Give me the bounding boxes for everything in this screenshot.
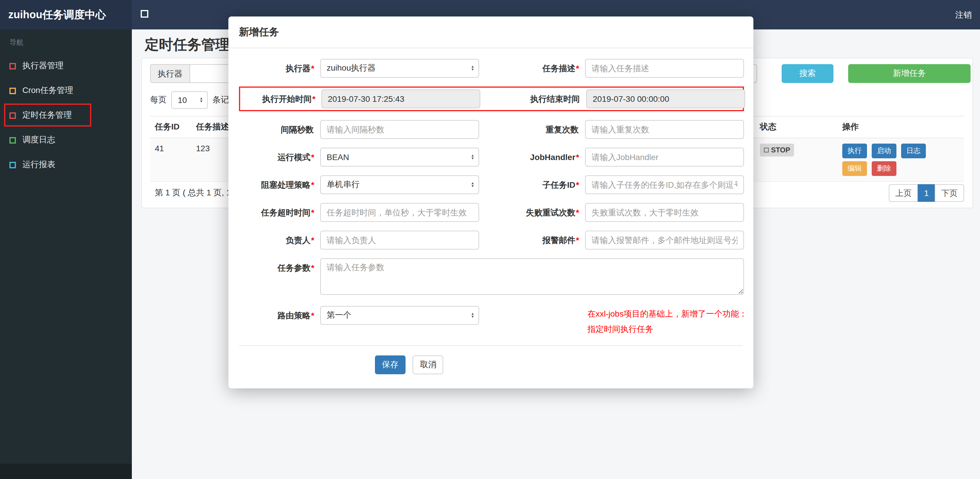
interval-label: 间隔秒数 <box>234 120 320 139</box>
select-arrows-icon: ▲▼ <box>471 312 474 318</box>
actions-line-1: 执行 启动 日志 <box>842 143 959 158</box>
header-actions: 操作 <box>838 116 964 138</box>
route-strategy-select[interactable]: 第一个 ▲▼ <box>320 306 479 325</box>
alarm-email-label: 报警邮件* <box>479 231 585 250</box>
logout-link[interactable]: 注销 <box>955 0 972 29</box>
timeout-input[interactable] <box>320 203 479 222</box>
form-row: 运行模式* BEAN ▲▼ JobHandler* <box>234 148 748 167</box>
sidebar-item-label: 调度日志 <box>22 135 55 145</box>
form-row: 任务参数* <box>234 258 748 297</box>
executor-select-value: zuihou执行器 <box>327 63 376 73</box>
square-icon <box>10 137 16 143</box>
sidebar-item-cron-task-manage[interactable]: Cron任务管理 <box>0 78 132 103</box>
square-icon <box>10 63 16 69</box>
sidebar-item-label: 定时任务管理 <box>22 110 72 121</box>
sidebar-section-label: 导航 <box>0 29 132 54</box>
add-task-button[interactable]: 新增任务 <box>848 64 970 83</box>
start-button[interactable]: 启动 <box>872 143 896 158</box>
header-status: 状态 <box>755 116 838 138</box>
status-badge: STOP <box>760 143 794 156</box>
add-task-modal: 新增任务 执行器* zuihou执行器 ▲▼ 任务描述* 执行开始时间 <box>228 16 753 388</box>
prev-page-button[interactable]: 上页 <box>889 184 918 202</box>
edit-button[interactable]: 编辑 <box>842 161 867 176</box>
square-icon <box>10 162 16 168</box>
sidebar-item-executor-manage[interactable]: 执行器管理 <box>0 54 132 78</box>
executor-select[interactable]: zuihou执行器 ▲▼ <box>320 59 479 78</box>
sidebar-item-timed-task-manage[interactable]: 定时任务管理 <box>0 103 132 128</box>
feature-note: 在xxl-jobs项目的基础上，新增了一个功能： 指定时间执行任务 <box>587 306 747 337</box>
start-time-input[interactable] <box>321 89 480 108</box>
next-page-button[interactable]: 下页 <box>935 184 964 202</box>
save-button[interactable]: 保存 <box>375 355 406 374</box>
interval-input[interactable] <box>320 120 479 139</box>
job-param-textarea[interactable] <box>320 258 744 295</box>
run-button[interactable]: 执行 <box>842 143 867 158</box>
block-strategy-label: 阻塞处理策略* <box>234 175 320 194</box>
block-strategy-select-value: 单机串行 <box>327 180 360 190</box>
repeat-count-label: 重复次数 <box>479 120 585 139</box>
current-page-button[interactable]: 1 <box>918 184 935 202</box>
page-title: 定时任务管理 <box>145 35 229 54</box>
repeat-count-input[interactable] <box>585 120 744 139</box>
modal-body: 执行器* zuihou执行器 ▲▼ 任务描述* 执行开始时间* <box>228 48 753 388</box>
header-job-id: 任务ID <box>150 116 191 138</box>
retry-input[interactable] <box>585 203 744 222</box>
status-text: STOP <box>771 146 790 154</box>
job-handler-input[interactable] <box>585 148 744 167</box>
per-page-select[interactable]: 10 ▲▼ <box>171 91 208 109</box>
select-arrows-icon: ▲▼ <box>471 65 474 71</box>
actions-line-2: 编辑 删除 <box>842 161 959 176</box>
per-page-prefix: 每页 <box>150 95 167 105</box>
select-arrows-icon: ▲▼ <box>471 154 474 160</box>
modal-footer: 保存 取消 <box>234 346 748 388</box>
end-time-label: 执行结束时间 <box>480 89 586 108</box>
pagination: 上页 1 下页 <box>889 184 964 202</box>
sidebar-item-dispatch-log[interactable]: 调度日志 <box>0 128 132 153</box>
route-strategy-select-value: 第一个 <box>327 310 352 321</box>
sidebar-item-run-report[interactable]: 运行报表 <box>0 153 132 177</box>
sidebar: 导航 执行器管理 Cron任务管理 定时任务管理 调度日志 运行报表 <box>0 29 132 479</box>
form-row: 负责人* 报警邮件* <box>234 231 748 250</box>
executor-label: 执行器* <box>234 59 320 78</box>
time-row-highlight-box: 执行开始时间* 执行结束时间 <box>239 86 744 111</box>
cell-actions: 执行 启动 日志 编辑 删除 <box>838 138 964 181</box>
author-input[interactable] <box>320 231 479 250</box>
sidebar-toggle-icon[interactable] <box>141 10 148 18</box>
brand-logo[interactable]: zuihou任务调度中心 <box>0 0 132 29</box>
square-icon <box>10 88 16 94</box>
job-handler-label: JobHandler* <box>479 148 585 167</box>
glue-type-select-value: BEAN <box>327 153 349 162</box>
timeout-label: 任务超时时间* <box>234 203 320 222</box>
route-strategy-label: 路由策略* <box>234 306 320 325</box>
modal-header: 新增任务 <box>228 16 753 48</box>
sidebar-item-label: Cron任务管理 <box>22 85 73 96</box>
alarm-email-input[interactable] <box>585 231 744 250</box>
delete-button[interactable]: 删除 <box>872 161 896 176</box>
form-row: 路由策略* 第一个 ▲▼ 在xxl-jobs项目的基础上，新增了一个功能： 指定… <box>234 306 748 337</box>
block-strategy-select[interactable]: 单机串行 ▲▼ <box>320 175 479 194</box>
app-window: zuihou任务调度中心 注销 导航 执行器管理 Cron任务管理 定时任务管理… <box>0 0 980 479</box>
cell-job-id: 41 <box>150 138 191 158</box>
cancel-button[interactable]: 取消 <box>413 355 444 374</box>
log-button[interactable]: 日志 <box>901 143 926 158</box>
glue-type-select[interactable]: BEAN ▲▼ <box>320 148 479 167</box>
per-page-value: 10 <box>178 95 187 105</box>
select-arrows-icon: ▲▼ <box>199 97 203 103</box>
search-button[interactable]: 搜索 <box>782 64 834 83</box>
executor-filter-label: 执行器 <box>150 64 189 83</box>
start-time-label: 执行开始时间* <box>240 89 321 108</box>
form-row: 阻塞处理策略* 单机串行 ▲▼ 子任务ID* <box>234 175 748 194</box>
square-icon <box>764 148 769 153</box>
sidebar-item-label: 执行器管理 <box>22 60 64 71</box>
job-desc-input[interactable] <box>585 59 744 78</box>
modal-title: 新增任务 <box>239 27 279 38</box>
child-job-input[interactable] <box>585 175 744 194</box>
form-row: 执行器* zuihou执行器 ▲▼ 任务描述* <box>234 59 748 78</box>
feature-note-line-2: 指定时间执行任务 <box>587 321 747 337</box>
sidebar-footer <box>0 464 132 479</box>
form-row: 间隔秒数 重复次数 <box>234 120 748 139</box>
end-time-input[interactable] <box>586 89 745 108</box>
per-page-row: 每页 10 ▲▼ 条记录 <box>150 91 237 109</box>
job-desc-label: 任务描述* <box>479 59 585 78</box>
child-job-label: 子任务ID* <box>479 175 585 194</box>
